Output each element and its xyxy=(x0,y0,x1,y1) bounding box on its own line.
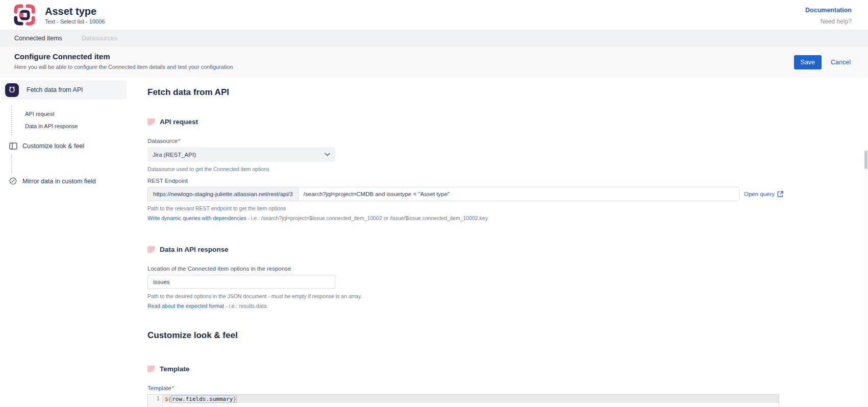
endpoint-base-url: https://newlogo-staging-juliette.atlassi… xyxy=(148,187,299,201)
code-expression: row.fields.summary xyxy=(172,396,233,402)
step-sidebar: ℧ Fetch data from API API request Data i… xyxy=(0,78,128,407)
editor-active-line: ${row.fields.summary} xyxy=(163,395,779,403)
datasource-label: Datasource* xyxy=(147,138,868,144)
code-close-brace: } xyxy=(233,396,236,402)
mirror-icon xyxy=(9,177,17,185)
expected-format-example: - i.e.: results.data xyxy=(224,303,266,309)
datasource-help: Datasource used to get the Connected ite… xyxy=(147,166,868,172)
dynamic-queries-example: - i.e.: /search?jql=project=$issue.conne… xyxy=(246,215,488,221)
page-title: Asset type xyxy=(45,6,105,17)
sidebar-subitem-api-request[interactable]: API request xyxy=(25,108,78,120)
cancel-button[interactable]: Cancel xyxy=(831,59,851,66)
section-corner-icon xyxy=(147,118,155,125)
external-link-icon xyxy=(777,191,783,197)
dynamic-queries-line: Write dynamic queries with dependencies … xyxy=(147,215,868,221)
config-title: Configure Connected item xyxy=(14,52,233,61)
documentation-link[interactable]: Documentation xyxy=(805,7,852,14)
layout-icon xyxy=(9,142,17,150)
sidebar-subitem-data-response[interactable]: Data in API response xyxy=(25,120,78,132)
dynamic-queries-link[interactable]: Write dynamic queries with dependencies xyxy=(147,215,246,221)
template-code-editor[interactable]: 1 ${row.fields.summary} xyxy=(147,394,779,407)
config-header: Configure Connected item Here you will b… xyxy=(0,46,868,78)
section-heading-customize: Customize look & feel xyxy=(147,330,868,341)
location-label: Location of the Connected item options i… xyxy=(147,266,868,272)
code-open-brace: ${ xyxy=(165,396,171,402)
expected-format-line: Read about the expected format - i.e.: r… xyxy=(147,303,868,309)
sidebar-item-label: Customize look & feel xyxy=(22,142,84,150)
expected-format-link[interactable]: Read about the expected format xyxy=(147,303,224,309)
datasource-select[interactable]: Jira (REST_API) xyxy=(147,147,335,162)
vertical-scrollbar[interactable] xyxy=(864,150,868,407)
sidebar-item-label: Mirror data in custom field xyxy=(22,178,96,185)
template-title: Template xyxy=(160,365,189,373)
open-query-label: Open query xyxy=(744,191,775,197)
save-button[interactable]: Save xyxy=(794,55,822,69)
template-label: Template* xyxy=(147,385,868,391)
dotted-connector xyxy=(11,155,128,173)
endpoint-label: REST Endpoint xyxy=(147,178,868,184)
data-response-title: Data in API response xyxy=(160,246,229,253)
location-help: Path to the desired options in the JSON … xyxy=(147,293,868,299)
editor-line-number: 1 xyxy=(148,395,163,407)
api-request-title: API request xyxy=(160,118,198,126)
endpoint-input-group: https://newlogo-staging-juliette.atlassi… xyxy=(147,187,739,201)
main-panel: Fetch data from API API request Datasour… xyxy=(128,78,868,407)
config-subtitle: Here you will be able to configure the C… xyxy=(14,64,233,70)
sidebar-item-label: Fetch data from API xyxy=(27,86,83,93)
tab-bar: Connected items Datasources xyxy=(0,30,868,46)
section-corner-icon xyxy=(147,366,155,372)
chevron-down-icon xyxy=(325,153,330,156)
sidebar-item-fetch-data[interactable]: ℧ Fetch data from API xyxy=(1,80,127,100)
page-subtitle: Text - Select list - 10006 xyxy=(45,18,105,25)
endpoint-path-input[interactable] xyxy=(299,187,739,201)
sidebar-item-customize[interactable]: Customize look & feel xyxy=(0,142,128,150)
tab-connected-items[interactable]: Connected items xyxy=(14,35,62,42)
endpoint-help: Path to the relevant REST endpoint to ge… xyxy=(147,205,868,211)
sidebar-item-mirror[interactable]: Mirror data in custom field xyxy=(0,177,128,185)
datasource-selected-value: Jira (REST_API) xyxy=(153,152,325,158)
fetch-data-icon: ℧ xyxy=(5,83,19,97)
app-logo-icon xyxy=(12,3,37,27)
location-input[interactable] xyxy=(147,275,335,289)
scrollbar-thumb[interactable] xyxy=(864,151,867,169)
content-area: ℧ Fetch data from API API request Data i… xyxy=(0,78,868,407)
section-corner-icon xyxy=(147,246,155,253)
open-query-link[interactable]: Open query xyxy=(744,191,783,197)
section-heading-fetch: Fetch data from API xyxy=(147,87,868,98)
app-header: Asset type Text - Select list - 10006 Do… xyxy=(0,0,868,30)
need-help-text: Need help? xyxy=(805,18,852,25)
tab-datasources[interactable]: Datasources xyxy=(82,35,117,42)
